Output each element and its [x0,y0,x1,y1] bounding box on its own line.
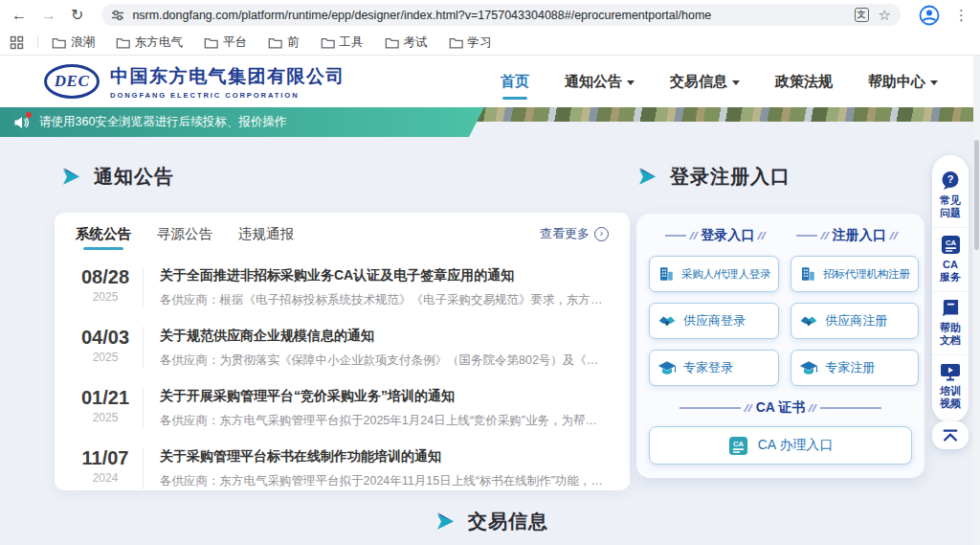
ca-apply-button[interactable]: CA CA 办理入口 [649,426,912,465]
ca-badge-icon: CA [941,235,961,255]
site-settings-icon[interactable] [111,9,124,22]
back-button[interactable]: ← [11,8,27,23]
nav-help-center[interactable]: 帮助中心 [868,73,938,91]
section-title: 通知公告 [94,164,174,190]
notice-item[interactable]: 01/21 2025 关于开展采购管理平台“竞价采购业务”培训的通知 各供应商：… [76,378,609,439]
nav-notices[interactable]: 通知公告 [565,73,635,91]
company-name-cn: 中国东方电气集团有限公司 [110,64,345,89]
chevron-down-icon [627,80,635,85]
rail-help-docs[interactable]: 帮助文档 [932,291,969,354]
notice-item[interactable]: 04/03 2025 关于规范供应商企业规模信息的通知 各供应商：为贯彻落实《保… [76,318,609,378]
svg-text:CA: CA [733,439,745,447]
handshake-icon [657,313,677,329]
notice-item[interactable]: 11/07 2024 关于采购管理平台标书在线制作功能培训的通知 各供应商：东方… [76,439,609,499]
graduation-cap-icon [799,360,818,375]
ca-certificate-header: CA 证书 [649,399,912,417]
supplier-login-button[interactable]: 供应商登录 [649,303,779,339]
folder-icon [116,36,130,49]
speaker-icon [13,115,31,130]
notices-card: 系统公告 寻源公告 违规通报 查看更多 › 08/28 2025 关于全面推进非… [55,213,630,490]
bookmark-folder[interactable]: 东方电气 [116,34,183,51]
notice-title[interactable]: 关于全面推进非招标采购业务CA认证及电子签章应用的通知 [160,267,607,284]
tab-system-notices[interactable]: 系统公告 [76,225,131,243]
register-entry-header: 注册入口 [781,227,913,244]
login-entry-header: 登录入口 [649,227,781,244]
notice-summary: 各供应商：根据《电子招标投标系统技术规范》《电子采购交易规范》要求，东方电气采购… [160,292,607,308]
chevron-down-icon [732,80,740,85]
notice-title[interactable]: 关于规范供应商企业规模信息的通知 [160,328,607,345]
svg-text:?: ? [947,173,954,185]
notice-year: 2025 [78,351,133,364]
rail-ca-service[interactable]: CA CA服务 [932,227,969,291]
graduation-cap-icon [657,360,677,375]
folder-icon [268,36,282,49]
ca-badge-icon: CA [728,436,748,456]
marquee-text: 请使用360安全浏览器进行后续投标、报价操作 [39,114,286,130]
nav-trade-info[interactable]: 交易信息 [670,73,740,91]
question-bubble-icon: ? [940,170,961,191]
nav-home[interactable]: 首页 [501,73,529,91]
section-arrow-icon [61,168,81,186]
portal-buttons: 采购人/代理人登录 招标代理机构注册 供应商登录 供应商注册 专家登录 专家注册 [649,256,912,386]
chevron-down-icon [930,80,938,85]
bookmark-folder[interactable]: 前 [268,34,300,51]
bookmark-folder[interactable]: 考试 [385,34,428,51]
bookmarks-bar: 浪潮 东方电气 平台 前 工具 考试 学习 [0,30,980,56]
tab-sourcing-notices[interactable]: 寻源公告 [157,225,212,243]
expert-register-button[interactable]: 专家注册 [791,350,918,386]
bookmark-folder[interactable]: 平台 [204,34,247,51]
dec-logo[interactable]: DEC [44,64,100,99]
notice-item[interactable]: 08/28 2025 关于全面推进非招标采购业务CA认证及电子签章应用的通知 各… [76,258,609,318]
rail-faq[interactable]: ? 常见问题 [932,164,969,227]
bookmark-folder[interactable]: 工具 [321,34,364,51]
bookmark-star-icon[interactable]: ☆ [879,7,891,24]
profile-avatar-icon[interactable] [919,5,940,26]
section-arrow-icon [435,512,456,531]
folder-icon [449,36,463,49]
address-bar[interactable]: nsrm.dongfang.com/platform/runtime/epp/d… [101,4,901,26]
purchaser-agent-login-button[interactable]: 采购人/代理人登录 [649,256,779,292]
handshake-icon [799,313,818,329]
arrow-to-top-icon [941,428,960,443]
bidding-agency-register-button[interactable]: 招标代理机构注册 [791,256,918,292]
tab-violation-reports[interactable]: 违规通报 [238,225,294,243]
view-more-link[interactable]: 查看更多 › [540,225,609,242]
apps-grid-icon[interactable] [10,35,24,50]
notices-section-heading: 通知公告 [61,164,174,190]
folder-icon [204,36,218,49]
back-to-top-button[interactable] [932,421,969,449]
notices-tabs: 系统公告 寻源公告 违规通报 查看更多 › [76,213,609,255]
nav-policies[interactable]: 政策法规 [775,73,833,91]
translate-icon[interactable]: 文 [855,8,869,22]
forward-button[interactable]: → [41,8,56,23]
notice-title[interactable]: 关于开展采购管理平台“竞价采购业务”培训的通知 [160,388,607,405]
section-title: 交易信息 [468,509,548,534]
trade-section-heading: 交易信息 [435,509,548,534]
supplier-register-button[interactable]: 供应商注册 [791,303,918,339]
building-icon [799,265,816,283]
scrollbar-thumb[interactable] [974,140,979,250]
notice-title[interactable]: 关于采购管理平台标书在线制作功能培训的通知 [160,448,607,466]
url-text[interactable]: nsrm.dongfang.com/platform/runtime/epp/d… [132,9,846,22]
notice-summary: 各供应商：为贯彻落实《保障中小企业款项支付条例》（国务院令第802号）及《中小企… [160,352,607,369]
notice-date: 04/03 [78,327,133,349]
page-scrollbar[interactable] [973,56,980,545]
section-title: 登录注册入口 [670,164,791,190]
notice-list: 08/28 2025 关于全面推进非招标采购业务CA认证及电子签章应用的通知 各… [76,258,609,499]
notice-year: 2025 [78,411,133,424]
building-icon [657,265,675,283]
browser-chrome: ← → ↻ nsrm.dongfang.com/platform/runtime… [0,0,980,56]
reload-button[interactable]: ↻ [71,8,83,23]
rail-training-videos[interactable]: 培训视频 [932,354,969,418]
alert-dot [26,112,32,118]
login-register-panel: 登录入口 注册入口 采购人/代理人登录 招标代理机构注册 供应商登录 [636,214,924,478]
bookmark-folder[interactable]: 浪潮 [52,34,95,51]
floating-help-rail: ? 常见问题 CA CA服务 帮助文档 培训视频 [932,155,969,422]
browser-warning-marquee: 请使用360安全浏览器进行后续投标、报价操作 [0,107,484,137]
bookmark-folder[interactable]: 学习 [449,34,492,51]
video-player-icon [940,362,961,381]
notice-summary: 各供应商：东方电气采购管理平台拟于2024年11月15日上线“标书在线制作”功能… [160,473,607,489]
browser-menu-icon[interactable]: ⋮ [954,7,969,24]
notice-year: 2024 [78,471,133,485]
expert-login-button[interactable]: 专家登录 [649,350,779,386]
